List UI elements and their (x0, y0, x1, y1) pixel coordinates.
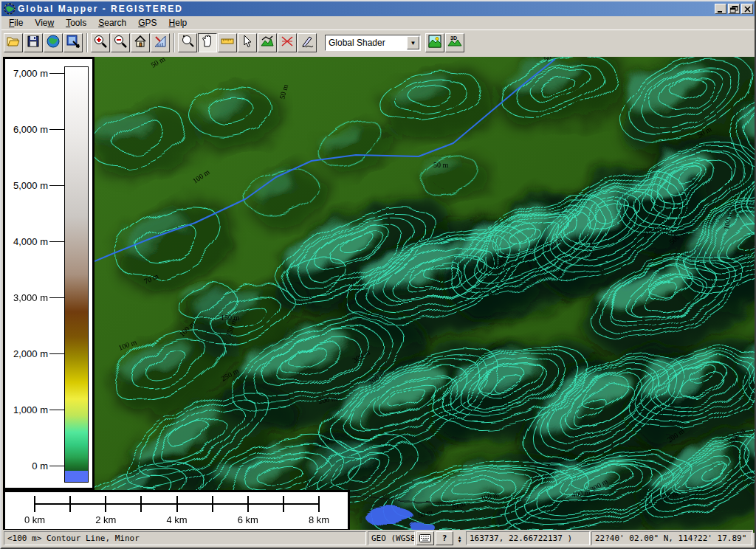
zoom-to-scale-button[interactable] (151, 33, 170, 52)
overlay-control-center-icon (66, 34, 80, 52)
zoom-tool-icon (180, 34, 195, 52)
status-bar: <100 m> Contour Line, Minor GEO (WGS8 ? … (3, 530, 753, 546)
scale-label: 8 km (309, 514, 329, 525)
scale-tick (212, 496, 213, 512)
scale-tick (69, 496, 71, 512)
zoom-in-button[interactable] (91, 33, 110, 52)
save-button[interactable] (24, 33, 43, 52)
help-icon[interactable]: ? (436, 531, 453, 545)
chevron-down-icon[interactable]: ▼ (407, 36, 419, 49)
toolbar-separator (86, 33, 88, 52)
full-view-button[interactable] (131, 33, 150, 52)
status-coordinates: 163737, 22.66722137 ) (466, 531, 590, 545)
measure-tool-button[interactable] (218, 33, 237, 52)
raster-options-icon (427, 34, 442, 52)
scale-tick (176, 496, 178, 512)
raster-options-button[interactable] (425, 33, 444, 52)
digitizer-tool-button[interactable] (298, 33, 317, 52)
menu-view[interactable]: View (29, 17, 60, 29)
menu-file[interactable]: File (3, 17, 29, 29)
keyboard-icon[interactable] (416, 531, 434, 545)
line-of-sight-tool-icon (280, 34, 295, 52)
save-icon (26, 34, 41, 52)
3d-view-button[interactable]: 3D (445, 33, 464, 52)
svg-text:3D: 3D (450, 35, 457, 41)
elevation-gradient-bar (64, 66, 89, 483)
zoom-out-icon (113, 34, 128, 52)
legend-tick: 3,000 m (5, 297, 64, 308)
open-file-icon (6, 34, 21, 52)
toolbar-separator (173, 33, 175, 52)
window-title: Global Mapper - REGISTERED (18, 4, 713, 14)
title-bar[interactable]: Global Mapper - REGISTERED (1, 1, 755, 16)
coordinate-spinner[interactable]: ▲▼ (455, 531, 464, 545)
legend-tick: 2,000 m (5, 353, 64, 364)
contour-label: 100 m (585, 241, 595, 260)
map-view[interactable]: 50 m100 m50 m50 m50 m100 m400 m550 m500 … (94, 57, 756, 533)
toolbar: Global Shader▼3D (1, 30, 755, 55)
menu-gps[interactable]: GPS (132, 17, 162, 29)
legend-tick: 1,000 m (5, 410, 64, 420)
scale-tick (140, 496, 142, 512)
legend-tick: 7,000 m (5, 73, 64, 83)
scale-label: 0 km (24, 514, 45, 525)
menu-bar: FileViewToolsSearchGPSHelp (1, 16, 755, 30)
scale-tick (247, 496, 249, 512)
scale-tick (34, 496, 35, 512)
main-area: 50 m100 m50 m50 m50 m100 m400 m550 m500 … (3, 57, 753, 530)
scale-tick (105, 496, 106, 512)
load-web-data-icon (46, 34, 61, 52)
global-mapper-window: Global Mapper - REGISTERED FileViewTools… (0, 0, 756, 549)
scale-label: 2 km (95, 514, 116, 525)
elevation-legend: 7,000 m6,000 m5,000 m4,000 m3,000 m2,000… (3, 57, 94, 490)
measure-tool-icon (220, 34, 235, 52)
scale-tick (318, 496, 320, 512)
legend-tick: 0 m (5, 466, 64, 476)
status-lat-lon: 22?40' 02.00" N, 114?22' 17.89" E (591, 531, 752, 545)
menu-search[interactable]: Search (92, 17, 132, 29)
zoom-out-button[interactable] (111, 33, 130, 52)
status-layer-info: <100 m> Contour Line, Minor (4, 531, 366, 545)
status-projection: GEO (WGS8 (368, 531, 415, 545)
load-web-data-button[interactable] (44, 33, 63, 52)
app-icon (4, 3, 16, 15)
distance-scale-bar: 0 km2 km4 km6 km8 km (3, 490, 350, 531)
scale-label: 4 km (166, 514, 187, 525)
line-of-sight-tool-button[interactable] (278, 33, 297, 52)
zoom-in-icon (93, 34, 108, 52)
scale-label: 6 km (238, 514, 258, 525)
pointer-tool-icon (240, 34, 255, 52)
pan-tool-button[interactable] (198, 33, 217, 52)
restore-button[interactable] (728, 4, 740, 14)
digitizer-tool-icon (300, 34, 315, 52)
overlay-control-center-button[interactable] (63, 33, 83, 52)
full-view-icon (133, 34, 148, 52)
legend-tick: 5,000 m (5, 185, 64, 196)
path-profile-tool-icon (260, 34, 275, 52)
zoom-to-scale-icon (153, 34, 168, 52)
pointer-tool-button[interactable] (238, 33, 257, 52)
minimize-button[interactable] (715, 4, 726, 14)
scale-tick (283, 496, 284, 512)
legend-tick: 4,000 m (5, 241, 64, 252)
menu-help[interactable]: Help (163, 17, 193, 29)
contour-label: 50 m (433, 161, 449, 169)
path-profile-tool-button[interactable] (258, 33, 277, 52)
shader-select[interactable]: Global Shader▼ (325, 35, 421, 51)
pan-tool-icon (200, 34, 215, 52)
zoom-tool-button[interactable] (178, 33, 197, 52)
legend-tick: 6,000 m (5, 129, 64, 139)
3d-view-icon: 3D (447, 34, 462, 52)
open-file-button[interactable] (4, 33, 23, 52)
close-icon[interactable] (741, 4, 753, 14)
shader-select-value: Global Shader (326, 38, 407, 48)
menu-tools[interactable]: Tools (60, 17, 92, 29)
